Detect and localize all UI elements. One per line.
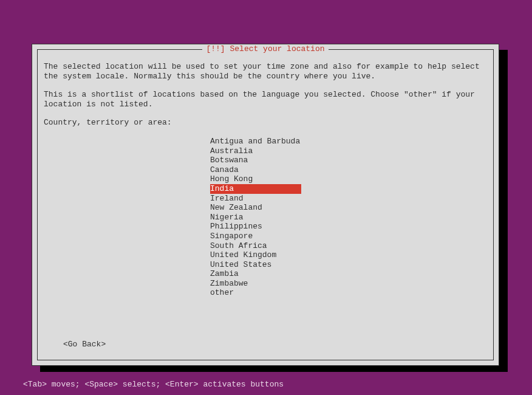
location-item[interactable]: other: [210, 288, 301, 298]
location-item[interactable]: Singapore: [210, 232, 301, 241]
dialog-title: [!!] Select your location: [202, 44, 328, 53]
location-item[interactable]: Australia: [210, 146, 301, 156]
location-item[interactable]: Botswana: [210, 156, 301, 165]
location-item[interactable]: Nigeria: [210, 213, 301, 222]
location-item[interactable]: Hong Kong: [210, 174, 301, 184]
dialog-border: [!!] Select your location The selected l…: [37, 49, 494, 360]
location-item[interactable]: Philippines: [210, 222, 301, 232]
go-back-button[interactable]: <Go Back>: [63, 340, 106, 349]
dialog-title-wrap: [!!] Select your location: [38, 44, 493, 53]
location-item[interactable]: United Kingdom: [210, 250, 301, 260]
location-item[interactable]: Ireland: [210, 194, 301, 204]
location-item[interactable]: Zambia: [210, 269, 301, 279]
location-list[interactable]: Antigua and BarbudaAustraliaBotswanaCana…: [44, 137, 487, 298]
instruction-text-2: This is a shortlist of locations based o…: [44, 90, 487, 109]
location-item[interactable]: Zimbabwe: [210, 279, 301, 289]
dialog-content: The selected location will be used to se…: [38, 50, 493, 304]
field-prompt: Country, territory or area:: [44, 118, 487, 128]
location-dialog: [!!] Select your location The selected l…: [32, 44, 499, 366]
footer-hint: <Tab> moves; <Space> selects; <Enter> ac…: [23, 380, 284, 389]
location-item[interactable]: New Zealand: [210, 203, 301, 213]
location-item[interactable]: United States: [210, 260, 301, 270]
location-item[interactable]: South Africa: [210, 241, 301, 251]
location-item[interactable]: Canada: [210, 165, 301, 175]
location-item[interactable]: India: [210, 184, 301, 194]
location-item[interactable]: Antigua and Barbuda: [210, 137, 301, 146]
instruction-text-1: The selected location will be used to se…: [44, 62, 487, 81]
